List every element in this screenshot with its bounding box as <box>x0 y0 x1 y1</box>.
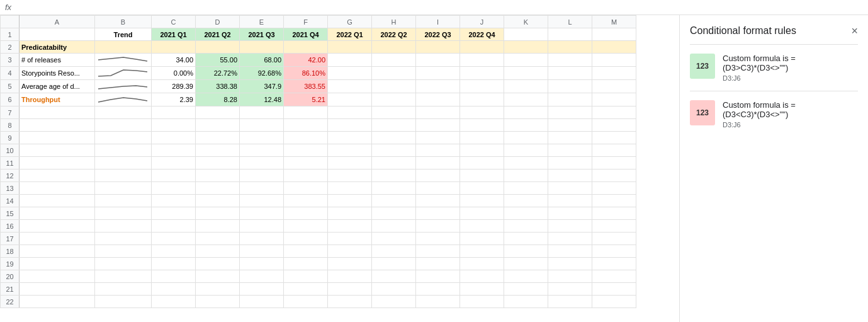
col-header-G[interactable]: G <box>328 16 372 28</box>
cell-L2[interactable] <box>548 41 592 54</box>
cell-C6[interactable]: 2.39 <box>152 93 196 106</box>
cell-E3[interactable]: 68.00 <box>240 54 284 67</box>
cell-G6[interactable] <box>328 93 372 106</box>
cell-L5[interactable] <box>548 80 592 93</box>
cell-C1[interactable]: 2021 Q1 <box>152 28 196 41</box>
cell-M3[interactable] <box>592 54 636 67</box>
col-header-F[interactable]: F <box>284 16 328 28</box>
cell-E4[interactable]: 92.68% <box>240 67 284 80</box>
row-number: 22 <box>1 296 20 308</box>
cell-A3[interactable]: # of releases <box>20 54 95 67</box>
cell-M6[interactable] <box>592 93 636 106</box>
cell-A5[interactable]: Average age of d... <box>20 80 95 93</box>
cell-F4[interactable]: 86.10% <box>284 67 328 80</box>
cell-B1[interactable]: Trend <box>95 28 152 41</box>
cell-I3[interactable] <box>416 54 460 67</box>
cell-A6[interactable]: Throughput <box>20 93 95 106</box>
formula-input[interactable] <box>16 3 863 12</box>
cell-D6[interactable]: 8.28 <box>196 93 240 106</box>
cell-F1[interactable]: 2021 Q4 <box>284 28 328 41</box>
cell-G5[interactable] <box>328 80 372 93</box>
table-row: 1 Trend 2021 Q1 2021 Q2 2021 Q3 2021 Q4 … <box>1 28 636 41</box>
cell-J4[interactable] <box>460 67 504 80</box>
cell-A1[interactable] <box>20 28 95 41</box>
cell-F6[interactable]: 5.21 <box>284 93 328 106</box>
rule-preview-label-2: 123 <box>696 108 709 117</box>
cell-L3[interactable] <box>548 54 592 67</box>
cell-L4[interactable] <box>548 67 592 80</box>
cell-K1[interactable] <box>504 28 548 41</box>
cell-H6[interactable] <box>372 93 416 106</box>
col-header-K[interactable]: K <box>504 16 548 28</box>
col-header-A[interactable]: A <box>20 16 95 28</box>
cell-H1[interactable]: 2022 Q2 <box>372 28 416 41</box>
cell-K6[interactable] <box>504 93 548 106</box>
rule-item-1[interactable]: 123 Custom formula is = (D3>C3)*(D3<>"")… <box>680 45 868 91</box>
cell-E1[interactable]: 2021 Q3 <box>240 28 284 41</box>
cell-I2[interactable] <box>416 41 460 54</box>
cell-G3[interactable] <box>328 54 372 67</box>
cell-M1[interactable] <box>592 28 636 41</box>
cell-H5[interactable] <box>372 80 416 93</box>
cell-G1[interactable]: 2022 Q1 <box>328 28 372 41</box>
cell-M4[interactable] <box>592 67 636 80</box>
col-header-D[interactable]: D <box>196 16 240 28</box>
cell-A4[interactable]: Storypoints Reso... <box>20 67 95 80</box>
panel-header: Conditional format rules × <box>680 15 868 44</box>
cell-F3[interactable]: 42.00 <box>284 54 328 67</box>
cell-C2[interactable] <box>152 41 196 54</box>
cell-J1[interactable]: 2022 Q4 <box>460 28 504 41</box>
col-header-B[interactable]: B <box>95 16 152 28</box>
cell-K3[interactable] <box>504 54 548 67</box>
cell-K2[interactable] <box>504 41 548 54</box>
cell-J5[interactable] <box>460 80 504 93</box>
cell-E2[interactable] <box>240 41 284 54</box>
cell-M5[interactable] <box>592 80 636 93</box>
cell-B2[interactable] <box>95 41 152 54</box>
cell-H3[interactable] <box>372 54 416 67</box>
col-header-I[interactable]: I <box>416 16 460 28</box>
cell-C3[interactable]: 34.00 <box>152 54 196 67</box>
cell-D4[interactable]: 22.72% <box>196 67 240 80</box>
table-row: 16 <box>1 220 636 233</box>
col-header-H[interactable]: H <box>372 16 416 28</box>
cell-D1[interactable]: 2021 Q2 <box>196 28 240 41</box>
cell-J6[interactable] <box>460 93 504 106</box>
cell-C5[interactable]: 289.39 <box>152 80 196 93</box>
row-number: 21 <box>1 283 20 296</box>
cell-H2[interactable] <box>372 41 416 54</box>
cell-K5[interactable] <box>504 80 548 93</box>
col-header-E[interactable]: E <box>240 16 284 28</box>
cell-L6[interactable] <box>548 93 592 106</box>
rule-item-2[interactable]: 123 Custom formula is = (D3<C3)*(D3<>"")… <box>680 91 868 137</box>
col-header-M[interactable]: M <box>592 16 636 28</box>
cell-E5[interactable]: 347.9 <box>240 80 284 93</box>
cell-H4[interactable] <box>372 67 416 80</box>
col-header-L[interactable]: L <box>548 16 592 28</box>
col-header-J[interactable]: J <box>460 16 504 28</box>
cell-E6[interactable]: 12.48 <box>240 93 284 106</box>
cell-A2[interactable]: Predicatabilty <box>20 41 95 54</box>
cell-G4[interactable] <box>328 67 372 80</box>
cell-D2[interactable] <box>196 41 240 54</box>
cell-I5[interactable] <box>416 80 460 93</box>
cell-L1[interactable] <box>548 28 592 41</box>
cell-F5[interactable]: 383.55 <box>284 80 328 93</box>
cell-C4[interactable]: 0.00% <box>152 67 196 80</box>
cell-M2[interactable] <box>592 41 636 54</box>
cell-G2[interactable] <box>328 41 372 54</box>
cell-I1[interactable]: 2022 Q3 <box>416 28 460 41</box>
col-header-C[interactable]: C <box>152 16 196 28</box>
cell-I6[interactable] <box>416 93 460 106</box>
cell-K4[interactable] <box>504 67 548 80</box>
cell-D5[interactable]: 338.38 <box>196 80 240 93</box>
cell-F2[interactable] <box>284 41 328 54</box>
cell-J3[interactable] <box>460 54 504 67</box>
cell-J2[interactable] <box>460 41 504 54</box>
row-number: 9 <box>1 132 20 144</box>
sparkline-3 <box>95 54 150 66</box>
cell-D3[interactable]: 55.00 <box>196 54 240 67</box>
cell-I4[interactable] <box>416 67 460 80</box>
table-row: 21 <box>1 283 636 296</box>
close-button[interactable]: × <box>851 25 858 37</box>
